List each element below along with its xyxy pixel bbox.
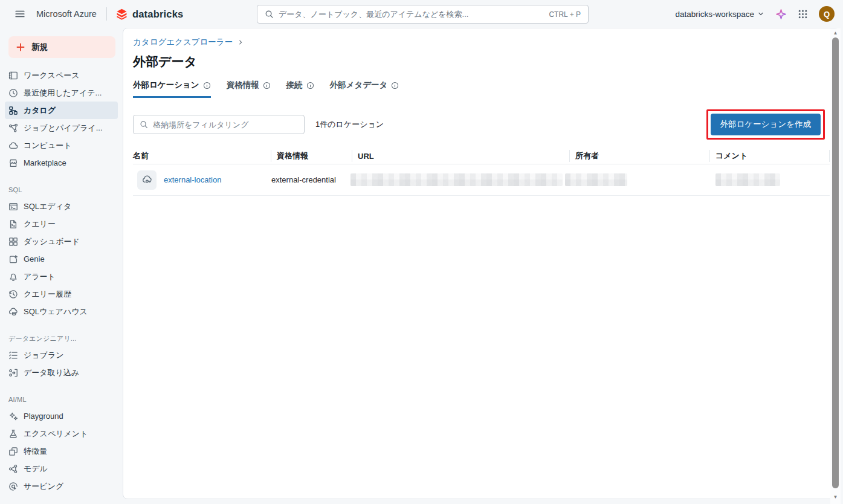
scrollbar-thumb[interactable] (832, 37, 839, 488)
comment-cell (709, 173, 830, 186)
search-icon (140, 120, 148, 129)
sidebar-item-label: ダッシュボード (24, 236, 80, 247)
table-row[interactable]: external-location external-credential (133, 164, 830, 196)
table-header-row: 名前資格情報URL所有者コメント (133, 148, 830, 164)
top-app-bar: Microsoft Azure databricks データ、ノートブック、最近… (0, 0, 843, 28)
sidebar-item[interactable]: SQLウェアハウス (5, 303, 118, 320)
sidebar-item[interactable]: データ取り込み (5, 364, 118, 381)
sidebar-item[interactable]: エクスペリメント (5, 425, 118, 442)
job-runs-icon (8, 351, 18, 360)
new-button-label: 新規 (31, 42, 48, 53)
sidebar-item[interactable]: ジョブとパイプライ... (5, 119, 118, 137)
models-icon (8, 464, 18, 474)
sidebar-item[interactable]: ジョブラン (5, 346, 118, 364)
tab[interactable]: 資格情報 (227, 80, 271, 98)
external-location-link[interactable]: external-location (164, 175, 221, 184)
sidebar-item[interactable]: Marketplace (5, 154, 118, 172)
sidebar-item-label: サービング (24, 481, 63, 492)
brand-wordmark: databricks (132, 8, 184, 20)
features-icon (8, 447, 18, 456)
sidebar-item[interactable]: 最近使用したアイテ... (5, 84, 118, 102)
tab-label: 外部ロケーション (133, 80, 199, 91)
vertical-scrollbar[interactable]: ▲ ▼ (830, 28, 841, 504)
location-filter-box (133, 115, 305, 134)
sidebar-item[interactable]: ダッシュボード (5, 233, 118, 250)
sidebar-item-label: データ取り込み (24, 367, 79, 378)
sidebar-item[interactable]: Genie (5, 250, 118, 268)
sidebar-item-label: コンピュート (24, 140, 72, 151)
sidebar-item[interactable]: カタログ (5, 102, 118, 119)
sidebar-item-label: エクスペリメント (24, 428, 88, 439)
tab[interactable]: 接続 (286, 80, 314, 98)
sidebar-item-label: Playground (24, 412, 63, 421)
page-title: 外部データ (133, 53, 830, 70)
workspace-icon (8, 71, 18, 80)
workspace-switcher[interactable]: databricks-workspace (675, 10, 764, 19)
apps-grid-icon[interactable] (798, 9, 808, 19)
genie-icon (8, 254, 18, 264)
location-filter-input[interactable] (153, 120, 298, 129)
breadcrumb-catalog-explorer[interactable]: カタログエクスプローラー (133, 37, 233, 48)
sidebar-item[interactable]: コンピュート (5, 137, 118, 154)
sidebar-item[interactable]: 特徴量 (5, 442, 118, 460)
create-external-location-button[interactable]: 外部ロケーションを作成 (711, 114, 821, 135)
sidebar-item[interactable]: クエリー (5, 215, 118, 233)
new-button[interactable]: 新規 (8, 36, 115, 58)
sidebar-item[interactable]: モデル (5, 460, 118, 477)
search-placeholder: データ、ノートブック、最近のアイテムなどを検索... (279, 9, 544, 20)
hamburger-menu-icon[interactable] (15, 8, 25, 19)
tab-bar: 外部ロケーション資格情報接続外部メタデータ (133, 80, 830, 98)
column-header: コメント (709, 150, 830, 162)
assistant-sparkle-icon[interactable] (775, 8, 787, 20)
owner-cell (569, 173, 709, 186)
name-cell: external-location (133, 170, 271, 190)
annotation-highlight-box: 外部ロケーションを作成 (706, 109, 825, 140)
data-ingestion-icon (8, 368, 18, 378)
sidebar-item-label: Marketplace (24, 158, 66, 167)
sidebar-item-label: クエリー履歴 (24, 289, 71, 300)
sidebar-item-label: 最近使用したアイテ... (24, 88, 102, 99)
scroll-up-arrow-icon[interactable]: ▲ (833, 28, 838, 37)
sidebar-item[interactable]: Playground (5, 407, 118, 425)
main-panel: カタログエクスプローラー 外部データ 外部ロケーション資格情報接続外部メタデータ… (123, 28, 840, 499)
sidebar-item[interactable]: クエリー履歴 (5, 285, 118, 303)
global-search-input[interactable]: データ、ノートブック、最近のアイテムなどを検索... CTRL + P (257, 5, 589, 24)
sidebar-item-label: ワークスペース (24, 70, 80, 81)
cloud-key-icon (137, 170, 157, 190)
sidebar-section-header: データエンジニアリ... (0, 331, 123, 346)
sidebar-item[interactable]: アラート (5, 268, 118, 285)
sidebar-item[interactable]: SQLエディタ (5, 198, 118, 215)
sidebar-section-header: AI/ML (0, 392, 123, 407)
sidebar-section-header: SQL (0, 182, 123, 198)
databricks-brand[interactable]: databricks (115, 8, 184, 21)
search-shortcut-hint: CTRL + P (549, 10, 581, 19)
sidebar-item[interactable]: ワークスペース (5, 66, 118, 84)
tab-label: 外部メタデータ (330, 80, 388, 91)
sql-editor-icon (8, 202, 18, 212)
info-icon[interactable] (306, 82, 314, 89)
scroll-down-arrow-icon[interactable]: ▼ (833, 493, 838, 501)
sidebar-item-label: ジョブとパイプライ... (24, 123, 103, 134)
tab[interactable]: 外部ロケーション (133, 80, 211, 98)
topbar-divider (106, 7, 107, 21)
tab[interactable]: 外部メタデータ (330, 80, 399, 98)
external-locations-table: 名前資格情報URL所有者コメント external-location exter… (133, 148, 830, 196)
info-icon[interactable] (263, 82, 271, 89)
url-cell (352, 173, 569, 186)
sidebar-item-label: Genie (24, 254, 45, 263)
sidebar-item-label: ジョブラン (24, 350, 64, 361)
info-icon[interactable] (203, 82, 211, 89)
marketplace-icon (8, 158, 18, 168)
sidebar-item[interactable]: サービング (5, 477, 118, 495)
sql-warehouse-icon (8, 307, 18, 317)
breadcrumb-chevron-icon (237, 39, 244, 45)
info-icon[interactable] (391, 82, 399, 89)
user-avatar[interactable]: Q (819, 6, 835, 22)
column-header: 資格情報 (271, 150, 352, 162)
redacted-url-value (350, 173, 563, 186)
credential-cell: external-credential (271, 175, 352, 184)
databricks-logo-icon (115, 8, 128, 21)
column-header: URL (352, 150, 569, 162)
column-header: 名前 (133, 150, 271, 162)
sidebar-item-label: クエリー (24, 219, 56, 230)
